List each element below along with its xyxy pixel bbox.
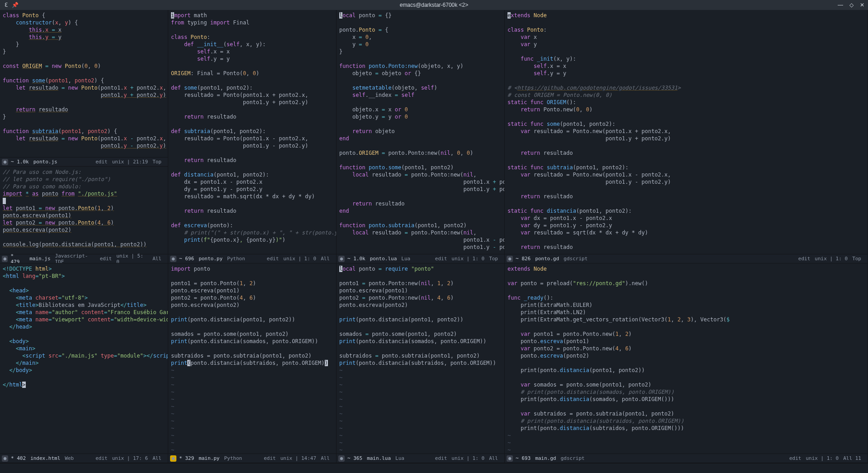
- modeline-index-html[interactable]: ● * 402 index.html Web edit unix | 17: 6…: [0, 454, 168, 463]
- code-ponto-js[interactable]: class Ponto { constructor(x, y) { this.x…: [0, 10, 168, 157]
- line-col: unix | 1: 0: [815, 256, 848, 262]
- major-mode: gdscript: [564, 256, 588, 262]
- code-main-gd[interactable]: extends Node var ponto = preload("res://…: [505, 263, 868, 454]
- pane-main-lua[interactable]: local ponto = require "ponto" ponto1 = p…: [337, 263, 505, 463]
- buffer-size: * 329: [179, 455, 194, 461]
- scroll-pos: All: [152, 256, 161, 262]
- scroll-pos: All: [489, 455, 498, 461]
- status-badge-icon: ●: [507, 455, 513, 462]
- scroll-pos: Top: [489, 256, 498, 262]
- buffer-size: ~ 1.0k: [347, 256, 365, 262]
- minimize-icon[interactable]: —: [837, 2, 844, 8]
- buffer-name: index.html: [30, 455, 60, 461]
- line-col: unix | 1: 0: [806, 455, 839, 461]
- major-mode: Web: [65, 455, 74, 461]
- code-ponto-gd[interactable]: extends Node class Ponto: var x var y fu…: [505, 10, 868, 254]
- modeline-ponto-py[interactable]: ● ~ 696 ponto.py Python edit unix | 1: 0…: [168, 254, 336, 263]
- buffer-name: ponto.js: [33, 159, 57, 165]
- code-main-lua[interactable]: local ponto = require "ponto" ponto1 = p…: [337, 263, 504, 454]
- close-icon[interactable]: ✕: [859, 2, 865, 8]
- major-mode: Lua: [395, 455, 404, 461]
- edit-state: edit: [435, 256, 447, 262]
- line-col: unix | 1: 0: [451, 256, 484, 262]
- major-mode: Python: [224, 455, 242, 461]
- buffer-name: ponto.py: [199, 256, 223, 262]
- buffer-size: ~ 693: [516, 455, 531, 461]
- line-col: unix | 1: 0: [451, 455, 484, 461]
- buffer-name: main.js: [29, 256, 50, 262]
- pin-icon[interactable]: 📌: [12, 2, 18, 8]
- app-icon: ℇ: [3, 2, 9, 8]
- buffer-size: ~ 1.0k: [11, 159, 29, 165]
- edit-state: edit: [264, 455, 276, 461]
- edit-state: edit: [100, 256, 112, 262]
- status-badge-icon: ●: [2, 159, 8, 165]
- minibuffer[interactable]: [0, 463, 868, 473]
- modeline-ponto-gd[interactable]: ● ~ 826 ponto.gd gdscript edit unix | 1:…: [505, 254, 868, 263]
- maximize-icon[interactable]: ◇: [848, 2, 854, 8]
- scroll-pos: Top: [852, 256, 861, 262]
- buffer-size: * 402: [11, 455, 26, 461]
- code-ponto-lua[interactable]: local ponto = {} ponto.Ponto = { x = 0, …: [337, 10, 504, 254]
- buffer-name: main.gd: [535, 455, 556, 461]
- scroll-pos: All: [321, 256, 330, 262]
- scroll-pos: All: [152, 455, 161, 461]
- buffer-size: * 479: [10, 253, 25, 264]
- modeline-ponto-js[interactable]: ● ~ 1.0k ponto.js edit unix | 21:19 Top: [0, 157, 168, 166]
- pane-ponto-py[interactable]: import math from typing import Final cla…: [168, 10, 337, 263]
- status-badge-icon: ●: [338, 256, 345, 262]
- modeline-main-py[interactable]: ● * 329 main.py Python edit unix | 14:47…: [168, 454, 336, 463]
- modeline-ponto-lua[interactable]: ● ~ 1.0k ponto.lua Lua edit unix | 1: 0 …: [337, 254, 504, 263]
- scroll-pos: Top: [152, 159, 161, 165]
- code-index-html[interactable]: <!DOCTYPE html> <html lang="pt-BR"> <hea…: [0, 263, 168, 454]
- window-title: emacs@darkstar-6700k <2>: [400, 2, 469, 8]
- status-badge-icon: ●: [338, 455, 345, 462]
- status-badge-icon: ●: [170, 455, 176, 462]
- edit-state: edit: [435, 455, 447, 461]
- buffer-name: ponto.gd: [535, 256, 559, 262]
- pane-ponto-js[interactable]: class Ponto { constructor(x, y) { this.x…: [0, 10, 168, 167]
- code-main-py[interactable]: import ponto ponto1 = ponto.Ponto(1, 2) …: [168, 263, 336, 454]
- major-mode: Javascript-IDE: [55, 253, 95, 264]
- editor-grid: class Ponto { constructor(x, y) { this.x…: [0, 10, 868, 463]
- pane-main-py[interactable]: import ponto ponto1 = ponto.Ponto(1, 2) …: [168, 263, 337, 463]
- window-titlebar: ℇ 📌 emacs@darkstar-6700k <2> — ◇ ✕: [0, 0, 868, 10]
- scroll-pos: All 11: [843, 455, 861, 461]
- line-col: unix | 5: 0: [116, 253, 148, 264]
- edit-state: edit: [267, 256, 279, 262]
- pane-main-js[interactable]: // Para uso com Node.js: // let ponto = …: [0, 167, 168, 263]
- edit-state: edit: [95, 455, 108, 461]
- edit-state: edit: [789, 455, 802, 461]
- scroll-pos: All: [321, 455, 330, 461]
- status-badge-icon: ●: [2, 455, 8, 462]
- buffer-name: main.py: [199, 455, 219, 461]
- line-col: unix | 14:47: [280, 455, 316, 461]
- major-mode: Lua: [401, 256, 410, 262]
- status-badge-icon: ●: [507, 256, 513, 262]
- buffer-size: ~ 696: [179, 256, 194, 262]
- buffer-name: ponto.lua: [370, 256, 397, 262]
- pane-index-html[interactable]: <!DOCTYPE html> <html lang="pt-BR"> <hea…: [0, 263, 168, 463]
- status-badge-icon: ●: [2, 256, 8, 262]
- edit-state: edit: [95, 159, 108, 165]
- code-ponto-py[interactable]: import math from typing import Final cla…: [168, 10, 336, 254]
- modeline-main-js[interactable]: ● * 479 main.js Javascript-IDE edit unix…: [0, 254, 168, 263]
- pane-ponto-gd[interactable]: extends Node class Ponto: var x var y fu…: [505, 10, 868, 263]
- buffer-size: ~ 365: [347, 455, 362, 461]
- code-main-js[interactable]: // Para uso com Node.js: // let ponto = …: [0, 167, 168, 254]
- buffer-name: main.lua: [367, 455, 391, 461]
- pane-ponto-lua[interactable]: local ponto = {} ponto.Ponto = { x = 0, …: [337, 10, 505, 263]
- line-col: unix | 17: 6: [112, 455, 148, 461]
- major-mode: gdscript: [560, 455, 584, 461]
- line-col: unix | 1: 0: [283, 256, 316, 262]
- buffer-size: ~ 826: [516, 256, 531, 262]
- status-badge-icon: ●: [170, 256, 176, 262]
- modeline-main-lua[interactable]: ● ~ 365 main.lua Lua edit unix | 1: 0 Al…: [337, 454, 504, 463]
- pane-main-gd[interactable]: extends Node var ponto = preload("res://…: [505, 263, 868, 463]
- major-mode: Python: [227, 256, 245, 262]
- line-col: unix | 21:19: [112, 159, 148, 165]
- modeline-main-gd[interactable]: ● ~ 693 main.gd gdscript edit unix | 1: …: [505, 454, 868, 463]
- edit-state: edit: [798, 256, 811, 262]
